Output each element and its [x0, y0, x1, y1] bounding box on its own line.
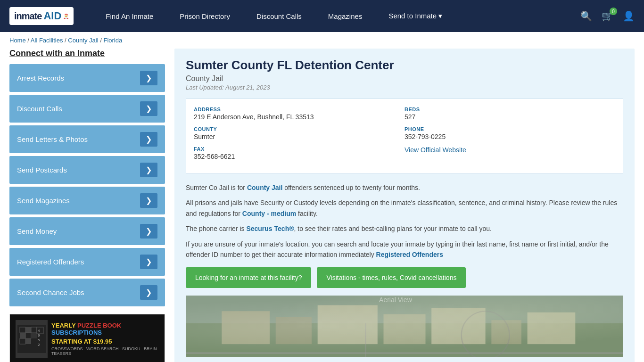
- sidebar-label-registered-offenders: Registered Offenders: [17, 258, 84, 266]
- breadcrumb: Home / All Facilities / County Jail / Fl…: [0, 32, 644, 49]
- ad-subscriptions: SUBSCRIPTIONS: [51, 329, 159, 336]
- nav-send-to-inmate[interactable]: Send to Inmate ▾: [375, 0, 455, 32]
- sidebar-arrow-icon: ❯: [140, 101, 157, 116]
- nav-discount-calls[interactable]: Discount Calls: [243, 0, 315, 32]
- fax-label: FAX: [194, 146, 405, 152]
- navbar: inmate AID 🎅 Find An Inmate Prison Direc…: [0, 0, 644, 32]
- facility-info-grid: ADDRESS 219 E Anderson Ave, Bushnell, FL…: [186, 99, 623, 174]
- address-value: 219 E Anderson Ave, Bushnell, FL 33513: [194, 113, 405, 121]
- sidebar-item-send-letters[interactable]: Send Letters & Photos ❯: [9, 125, 165, 153]
- sidebar-arrow-icon: ❯: [140, 255, 157, 269]
- svg-text:5: 5: [38, 338, 40, 342]
- ad-title: YEARLY PUZZLE BOOK: [51, 322, 159, 329]
- main-container: Connect with an Inmate Arrest Records ❯ …: [0, 49, 644, 362]
- sidebar-arrow-icon: ❯: [140, 224, 157, 239]
- county-medium-link[interactable]: County - medium: [242, 210, 296, 217]
- securus-link[interactable]: Securus Tech®: [246, 225, 294, 232]
- sidebar-arrow-icon: ❯: [140, 193, 157, 208]
- cart-wrapper: 🛒 0: [602, 10, 613, 22]
- svg-rect-6: [31, 333, 37, 338]
- find-inmate-button[interactable]: Looking for an inmate at this facility?: [186, 267, 311, 288]
- logo-hat-icon: 🎅: [63, 14, 69, 19]
- desc-para-4: If you are unsure of your inmate's locat…: [186, 239, 623, 260]
- desc-para-1: Sumter Co Jail is for County Jail offend…: [186, 182, 623, 193]
- address-label: ADDRESS: [194, 107, 405, 112]
- logo-text: inmate: [14, 11, 41, 22]
- sidebar-label-arrest-records: Arrest Records: [17, 74, 64, 82]
- phone-value: 352-793-0225: [405, 133, 615, 140]
- sidebar-arrow-icon: ❯: [140, 163, 157, 177]
- registered-offenders-link[interactable]: Registered Offenders: [376, 251, 443, 258]
- sidebar-arrow-icon: ❯: [140, 71, 157, 85]
- logo-aid: AID: [43, 10, 61, 22]
- nav-prison-directory[interactable]: Prison Directory: [166, 0, 243, 32]
- main-nav: Find An Inmate Prison Directory Discount…: [92, 0, 580, 32]
- facility-type: County Jail: [186, 74, 623, 83]
- sidebar-label-send-letters: Send Letters & Photos: [17, 135, 88, 143]
- visitations-button[interactable]: Visitations - times, rules, Covid cancel…: [317, 267, 466, 288]
- county-info: COUNTY Sumter: [194, 126, 405, 140]
- county-value: Sumter: [194, 133, 405, 140]
- svg-rect-4: [20, 333, 25, 338]
- website-info: View Official Website: [405, 146, 615, 160]
- photo-overlay: [186, 296, 623, 357]
- svg-text:2: 2: [38, 343, 40, 347]
- ad-price: STARTING AT $19.95: [51, 338, 159, 345]
- breadcrumb-home[interactable]: Home: [9, 37, 26, 44]
- sidebar-item-second-chance-jobs[interactable]: Second Chance Jobs ❯: [9, 279, 165, 306]
- breadcrumb-county-jail[interactable]: County Jail: [68, 37, 98, 44]
- ad-desc: CROSSWORDS · WORD SEARCH · SUDOKU · BRAI…: [51, 346, 159, 356]
- svg-text:4: 4: [38, 329, 40, 333]
- sidebar-arrow-icon: ❯: [140, 285, 157, 300]
- svg-text:9: 9: [38, 333, 40, 337]
- sidebar-item-arrest-records[interactable]: Arrest Records ❯: [9, 64, 165, 92]
- action-buttons: Looking for an inmate at this facility? …: [186, 267, 623, 288]
- sidebar-label-send-magazines: Send Magazines: [17, 197, 70, 205]
- sidebar-arrow-icon: ❯: [140, 132, 157, 147]
- breadcrumb-florida[interactable]: Florida: [103, 37, 122, 44]
- breadcrumb-all-facilities[interactable]: All Facilities: [31, 37, 63, 44]
- sidebar: Connect with an Inmate Arrest Records ❯ …: [9, 49, 165, 362]
- sidebar-label-discount-calls: Discount Calls: [17, 105, 62, 113]
- facility-content: Sumter County FL Detention Center County…: [174, 49, 635, 362]
- facility-description: Sumter Co Jail is for County Jail offend…: [186, 182, 623, 260]
- facility-photo: Aerial View: [186, 296, 623, 357]
- desc-para-2: All prisons and jails have Security or C…: [186, 197, 623, 219]
- sidebar-item-send-money[interactable]: Send Money ❯: [9, 217, 165, 245]
- sidebar-item-discount-calls[interactable]: Discount Calls ❯: [9, 95, 165, 123]
- nav-find-inmate[interactable]: Find An Inmate: [92, 0, 166, 32]
- county-label: COUNTY: [194, 126, 405, 132]
- phone-label: PHONE: [405, 126, 615, 132]
- ad-puzzle-image: 4 9 5 2: [16, 320, 48, 358]
- facility-title: Sumter County FL Detention Center: [186, 58, 623, 73]
- sidebar-label-send-postcards: Send Postcards: [17, 166, 67, 174]
- county-jail-link[interactable]: County Jail: [247, 184, 282, 191]
- svg-rect-8: [25, 338, 31, 344]
- sidebar-item-send-magazines[interactable]: Send Magazines ❯: [9, 187, 165, 214]
- sidebar-item-registered-offenders[interactable]: Registered Offenders ❯: [9, 248, 165, 276]
- nav-magazines[interactable]: Magazines: [315, 0, 376, 32]
- cart-badge: 0: [610, 8, 617, 15]
- user-icon[interactable]: 👤: [623, 10, 635, 22]
- search-icon[interactable]: 🔍: [580, 10, 592, 22]
- view-official-website-link[interactable]: View Official Website: [405, 146, 466, 154]
- sidebar-label-second-chance-jobs: Second Chance Jobs: [17, 288, 84, 296]
- facility-updated: Last Updated: August 21, 2023: [186, 84, 623, 91]
- beds-info: BEDS 527: [405, 107, 615, 121]
- beds-label: BEDS: [405, 107, 615, 112]
- phone-info: PHONE 352-793-0225: [405, 126, 615, 140]
- sidebar-item-send-postcards[interactable]: Send Postcards ❯: [9, 156, 165, 184]
- ad-text: YEARLY PUZZLE BOOK SUBSCRIPTIONS STARTIN…: [51, 322, 159, 356]
- svg-rect-2: [25, 327, 31, 333]
- address-info: ADDRESS 219 E Anderson Ave, Bushnell, FL…: [194, 107, 405, 121]
- sidebar-label-send-money: Send Money: [17, 227, 57, 235]
- navbar-right: 🔍 🛒 0 👤: [580, 10, 635, 22]
- beds-value: 527: [405, 113, 615, 121]
- sidebar-ad[interactable]: 4 9 5 2 YEARLY PUZZLE BOOK SUBSCRIPTIONS…: [9, 314, 165, 362]
- logo[interactable]: inmate AID 🎅: [9, 7, 74, 25]
- desc-para-3: The phone carrier is Securus Tech®, to s…: [186, 223, 623, 234]
- fax-info: FAX 352-568-6621: [194, 146, 405, 160]
- fax-value: 352-568-6621: [194, 153, 405, 160]
- svg-rect-0: [17, 325, 46, 353]
- sidebar-title: Connect with an Inmate: [9, 49, 165, 58]
